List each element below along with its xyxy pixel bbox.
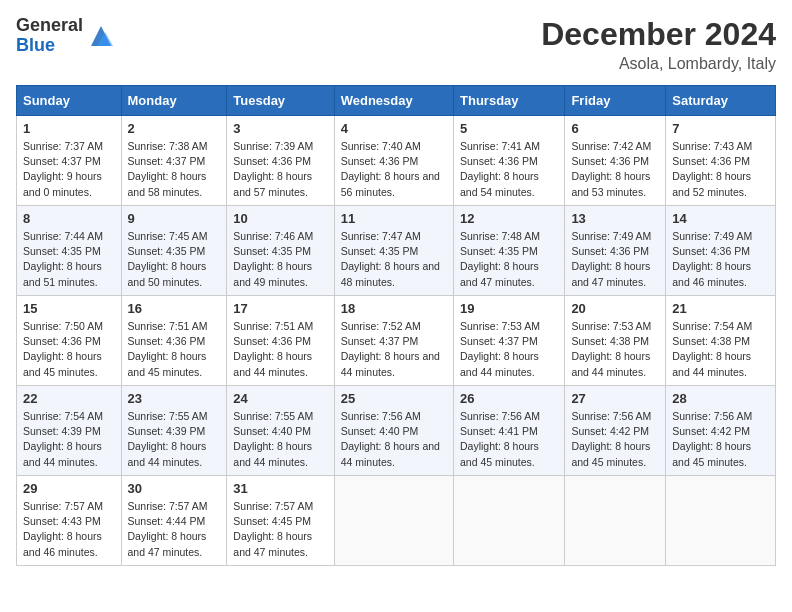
day-number: 4 [341,121,447,136]
day-number: 29 [23,481,115,496]
title-area: December 2024 Asola, Lombardy, Italy [541,16,776,73]
day-number: 10 [233,211,327,226]
weekday-header: Saturday [666,86,776,116]
day-number: 8 [23,211,115,226]
weekday-header: Thursday [454,86,565,116]
calendar-week-row: 22Sunrise: 7:54 AMSunset: 4:39 PMDayligh… [17,386,776,476]
calendar-table: SundayMondayTuesdayWednesdayThursdayFrid… [16,85,776,566]
calendar-cell: 29Sunrise: 7:57 AMSunset: 4:43 PMDayligh… [17,476,122,566]
day-number: 2 [128,121,221,136]
logo: General Blue [16,16,115,56]
calendar-cell: 19Sunrise: 7:53 AMSunset: 4:37 PMDayligh… [454,296,565,386]
calendar-week-row: 8Sunrise: 7:44 AMSunset: 4:35 PMDaylight… [17,206,776,296]
day-info: Sunrise: 7:37 AMSunset: 4:37 PMDaylight:… [23,139,115,200]
day-number: 5 [460,121,558,136]
calendar-cell: 5Sunrise: 7:41 AMSunset: 4:36 PMDaylight… [454,116,565,206]
calendar-cell: 25Sunrise: 7:56 AMSunset: 4:40 PMDayligh… [334,386,453,476]
location: Asola, Lombardy, Italy [541,55,776,73]
day-number: 28 [672,391,769,406]
calendar-cell: 16Sunrise: 7:51 AMSunset: 4:36 PMDayligh… [121,296,227,386]
month-title: December 2024 [541,16,776,53]
day-number: 11 [341,211,447,226]
day-number: 15 [23,301,115,316]
calendar-cell: 15Sunrise: 7:50 AMSunset: 4:36 PMDayligh… [17,296,122,386]
calendar-cell: 18Sunrise: 7:52 AMSunset: 4:37 PMDayligh… [334,296,453,386]
calendar-cell: 6Sunrise: 7:42 AMSunset: 4:36 PMDaylight… [565,116,666,206]
calendar-week-row: 29Sunrise: 7:57 AMSunset: 4:43 PMDayligh… [17,476,776,566]
calendar-cell: 10Sunrise: 7:46 AMSunset: 4:35 PMDayligh… [227,206,334,296]
calendar-week-row: 1Sunrise: 7:37 AMSunset: 4:37 PMDaylight… [17,116,776,206]
day-info: Sunrise: 7:57 AMSunset: 4:43 PMDaylight:… [23,499,115,560]
weekday-header: Friday [565,86,666,116]
logo-general: General [16,16,83,36]
day-info: Sunrise: 7:42 AMSunset: 4:36 PMDaylight:… [571,139,659,200]
day-number: 17 [233,301,327,316]
day-number: 24 [233,391,327,406]
calendar-cell: 31Sunrise: 7:57 AMSunset: 4:45 PMDayligh… [227,476,334,566]
page-header: General Blue December 2024 Asola, Lombar… [16,16,776,73]
calendar-cell: 3Sunrise: 7:39 AMSunset: 4:36 PMDaylight… [227,116,334,206]
calendar-cell: 14Sunrise: 7:49 AMSunset: 4:36 PMDayligh… [666,206,776,296]
day-number: 6 [571,121,659,136]
day-info: Sunrise: 7:56 AMSunset: 4:41 PMDaylight:… [460,409,558,470]
calendar-cell: 9Sunrise: 7:45 AMSunset: 4:35 PMDaylight… [121,206,227,296]
day-info: Sunrise: 7:54 AMSunset: 4:38 PMDaylight:… [672,319,769,380]
calendar-cell: 23Sunrise: 7:55 AMSunset: 4:39 PMDayligh… [121,386,227,476]
day-number: 21 [672,301,769,316]
day-number: 3 [233,121,327,136]
day-info: Sunrise: 7:56 AMSunset: 4:42 PMDaylight:… [571,409,659,470]
day-number: 7 [672,121,769,136]
day-number: 16 [128,301,221,316]
weekday-header: Sunday [17,86,122,116]
day-info: Sunrise: 7:54 AMSunset: 4:39 PMDaylight:… [23,409,115,470]
day-number: 22 [23,391,115,406]
day-info: Sunrise: 7:51 AMSunset: 4:36 PMDaylight:… [128,319,221,380]
day-number: 14 [672,211,769,226]
day-info: Sunrise: 7:53 AMSunset: 4:38 PMDaylight:… [571,319,659,380]
calendar-cell [565,476,666,566]
calendar-cell: 2Sunrise: 7:38 AMSunset: 4:37 PMDaylight… [121,116,227,206]
calendar-cell: 24Sunrise: 7:55 AMSunset: 4:40 PMDayligh… [227,386,334,476]
day-info: Sunrise: 7:55 AMSunset: 4:40 PMDaylight:… [233,409,327,470]
calendar-cell [334,476,453,566]
calendar-cell: 20Sunrise: 7:53 AMSunset: 4:38 PMDayligh… [565,296,666,386]
day-info: Sunrise: 7:57 AMSunset: 4:45 PMDaylight:… [233,499,327,560]
day-number: 13 [571,211,659,226]
day-info: Sunrise: 7:49 AMSunset: 4:36 PMDaylight:… [571,229,659,290]
day-number: 19 [460,301,558,316]
day-number: 12 [460,211,558,226]
day-number: 9 [128,211,221,226]
logo-icon [87,22,115,50]
calendar-cell: 26Sunrise: 7:56 AMSunset: 4:41 PMDayligh… [454,386,565,476]
day-info: Sunrise: 7:49 AMSunset: 4:36 PMDaylight:… [672,229,769,290]
day-number: 31 [233,481,327,496]
day-info: Sunrise: 7:43 AMSunset: 4:36 PMDaylight:… [672,139,769,200]
calendar-cell: 28Sunrise: 7:56 AMSunset: 4:42 PMDayligh… [666,386,776,476]
weekday-header-row: SundayMondayTuesdayWednesdayThursdayFrid… [17,86,776,116]
calendar-cell: 30Sunrise: 7:57 AMSunset: 4:44 PMDayligh… [121,476,227,566]
calendar-cell: 12Sunrise: 7:48 AMSunset: 4:35 PMDayligh… [454,206,565,296]
day-number: 30 [128,481,221,496]
calendar-week-row: 15Sunrise: 7:50 AMSunset: 4:36 PMDayligh… [17,296,776,386]
day-info: Sunrise: 7:47 AMSunset: 4:35 PMDaylight:… [341,229,447,290]
day-info: Sunrise: 7:52 AMSunset: 4:37 PMDaylight:… [341,319,447,380]
day-number: 25 [341,391,447,406]
logo-blue: Blue [16,36,83,56]
day-number: 1 [23,121,115,136]
day-info: Sunrise: 7:55 AMSunset: 4:39 PMDaylight:… [128,409,221,470]
day-info: Sunrise: 7:40 AMSunset: 4:36 PMDaylight:… [341,139,447,200]
day-number: 18 [341,301,447,316]
day-info: Sunrise: 7:51 AMSunset: 4:36 PMDaylight:… [233,319,327,380]
calendar-cell: 27Sunrise: 7:56 AMSunset: 4:42 PMDayligh… [565,386,666,476]
calendar-cell: 8Sunrise: 7:44 AMSunset: 4:35 PMDaylight… [17,206,122,296]
weekday-header: Tuesday [227,86,334,116]
calendar-cell: 11Sunrise: 7:47 AMSunset: 4:35 PMDayligh… [334,206,453,296]
calendar-cell: 21Sunrise: 7:54 AMSunset: 4:38 PMDayligh… [666,296,776,386]
calendar-cell: 4Sunrise: 7:40 AMSunset: 4:36 PMDaylight… [334,116,453,206]
day-info: Sunrise: 7:57 AMSunset: 4:44 PMDaylight:… [128,499,221,560]
day-info: Sunrise: 7:45 AMSunset: 4:35 PMDaylight:… [128,229,221,290]
weekday-header: Wednesday [334,86,453,116]
day-info: Sunrise: 7:41 AMSunset: 4:36 PMDaylight:… [460,139,558,200]
day-info: Sunrise: 7:44 AMSunset: 4:35 PMDaylight:… [23,229,115,290]
day-number: 20 [571,301,659,316]
